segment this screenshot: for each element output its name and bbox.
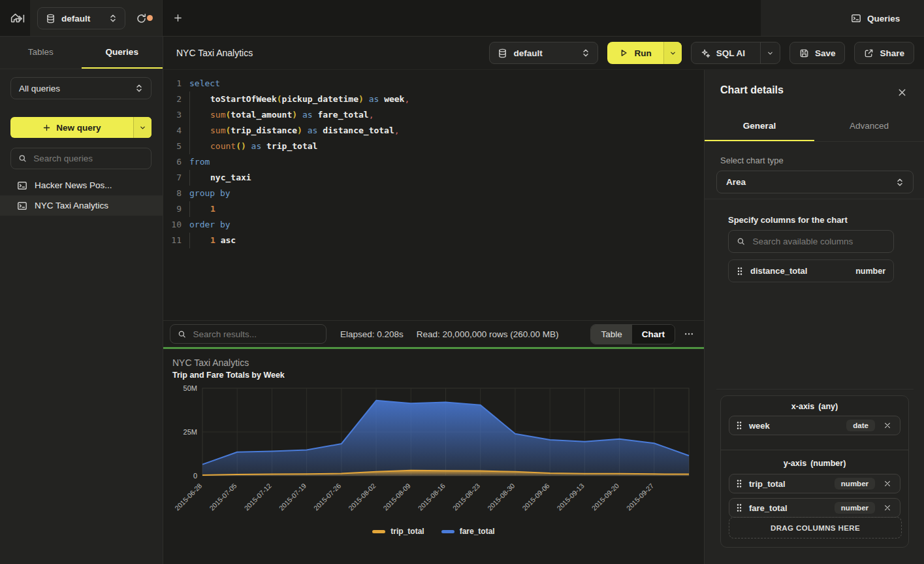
run-button[interactable]: Run [607,42,663,64]
svg-text:0: 0 [193,472,197,480]
view-toggle-chart[interactable]: Chart [632,325,675,344]
database-name: default [513,48,542,58]
elapsed-time: Elapsed: 0.208s [340,329,404,339]
more-options-button[interactable] [680,325,697,342]
columns-search-box [728,230,894,253]
plus-icon [42,124,51,132]
y-axis-column-fare-total[interactable]: fare_total number [729,498,900,518]
database-icon [46,14,56,24]
available-column-distance-total[interactable]: distance_total number [728,259,894,282]
run-split-button: Run [607,42,681,64]
remove-column-button[interactable] [882,478,893,489]
results-toolbar: Elapsed: 0.208s Read: 20,000,000 rows (2… [163,320,704,347]
chart-subtitle: Trip and Fare Totals by Week [172,371,285,380]
sql-line: 5count() as trip_total [163,139,704,154]
chart-type-label: Select chart type [720,156,784,165]
queries-filter-value: All queries [19,84,135,93]
legend-swatch [441,530,454,533]
chart-title: NYC Taxi Analytics [172,357,249,368]
close-panel-button[interactable] [894,84,910,100]
query-list: Hacker News Pos... NYC Taxi Analytics [0,175,163,216]
chevron-down-icon [139,124,146,131]
sidebar-tab-tables[interactable]: Tables [0,37,82,69]
sparkles-icon [701,48,710,58]
query-actions: default Run SQL AI [489,42,924,64]
panel-tabs: General Advanced [705,112,924,142]
share-label: Share [880,48,904,58]
drag-handle-icon [736,503,742,512]
share-button[interactable]: Share [854,42,914,64]
plus-icon [173,13,183,23]
refresh-button[interactable] [131,8,151,29]
panel-tab-general[interactable]: General [705,112,814,141]
sql-line: 6from [163,154,704,170]
drag-columns-drop-zone[interactable]: DRAG COLUMNS HERE [729,517,902,539]
y-axis-column-trip-total[interactable]: trip_total number [729,474,900,493]
sql-line: 4sum(trip_distance) as distance_total, [163,123,704,139]
legend-label: trip_total [390,527,424,536]
svg-text:2015-08-02: 2015-08-02 [347,482,377,512]
view-toggle-table[interactable]: Table [591,325,631,344]
run-database-selector[interactable]: default [489,42,598,64]
chevron-down-icon [669,50,677,57]
search-queries-input[interactable] [32,153,144,164]
sql-line: 3sum(total_amount) as fare_total, [163,107,704,123]
panel-title: Chart details [720,84,784,96]
svg-text:2015-08-23: 2015-08-23 [451,482,482,512]
svg-text:2015-06-28: 2015-06-28 [173,482,204,512]
chevron-updown-icon [109,14,117,23]
top-bar: default NYC Taxi Anal... Queries [0,0,924,37]
sql-line: 111 asc [163,233,704,248]
new-query-button[interactable]: New query [10,117,133,138]
columns-search-input[interactable] [752,236,886,247]
x-axis-header: x-axis(any) [721,396,908,411]
sql-editor[interactable]: 1select2toStartOfWeek(pickup_datetime) a… [163,70,704,320]
divider [716,389,914,390]
chevron-updown-icon [896,178,904,187]
sidebar-tab-queries[interactable]: Queries [82,37,163,69]
close-icon [884,504,891,512]
close-icon [884,422,891,429]
svg-text:2015-09-20: 2015-09-20 [590,482,621,512]
column-type-badge: number [835,478,875,489]
column-type-badge: date [846,420,875,431]
queries-button[interactable]: Queries [844,8,906,29]
panel-tab-advanced[interactable]: Advanced [814,112,924,141]
database-icon [498,48,507,58]
remove-column-button[interactable] [882,420,893,431]
ellipsis-icon [684,329,694,339]
sql-ai-split-button: SQL AI [691,42,780,64]
run-options-button[interactable] [663,42,682,64]
svg-text:2015-09-13: 2015-09-13 [555,482,586,512]
chart-type-value: Area [726,177,896,187]
save-label: Save [815,48,836,58]
sql-ai-dropdown-button[interactable] [760,42,780,63]
sql-line: 7nyc_taxi [163,170,704,186]
svg-text:50M: 50M [183,384,197,392]
chevron-updown-icon [582,48,590,58]
queries-button-label: Queries [867,14,900,24]
sql-ai-button[interactable]: SQL AI [692,48,754,58]
y-axis-header: y-axis(number) [721,453,908,468]
chart-type-select[interactable]: Area [716,171,914,193]
database-selector[interactable]: default [37,7,125,29]
queries-filter-select[interactable]: All queries [10,77,151,99]
legend-item-trip_total[interactable]: trip_total [372,527,424,536]
drag-handle-icon [736,479,742,488]
collapse-sidebar-button[interactable] [9,8,30,29]
svg-text:2015-09-27: 2015-09-27 [625,482,656,512]
search-queries-box [10,148,151,169]
search-results-input[interactable] [191,329,319,340]
query-list-item-nyc-taxi[interactable]: NYC Taxi Analytics [0,195,163,216]
y-axis-columns: trip_total number fare_total number [721,469,908,518]
new-tab-button[interactable] [163,0,193,36]
save-button[interactable]: Save [789,42,846,64]
x-axis-column-week[interactable]: week date [729,416,900,435]
query-list-item-hacker-news[interactable]: Hacker News Pos... [0,175,163,195]
area-chart[interactable]: 2015-06-282015-07-052015-07-122015-07-19… [170,383,704,524]
new-query-dropdown-button[interactable] [133,117,151,138]
legend-item-fare_total[interactable]: fare_total [441,527,495,536]
columns-section-label: Specify columns for the chart [728,215,848,225]
terminal-icon [17,201,27,211]
remove-column-button[interactable] [882,502,893,514]
